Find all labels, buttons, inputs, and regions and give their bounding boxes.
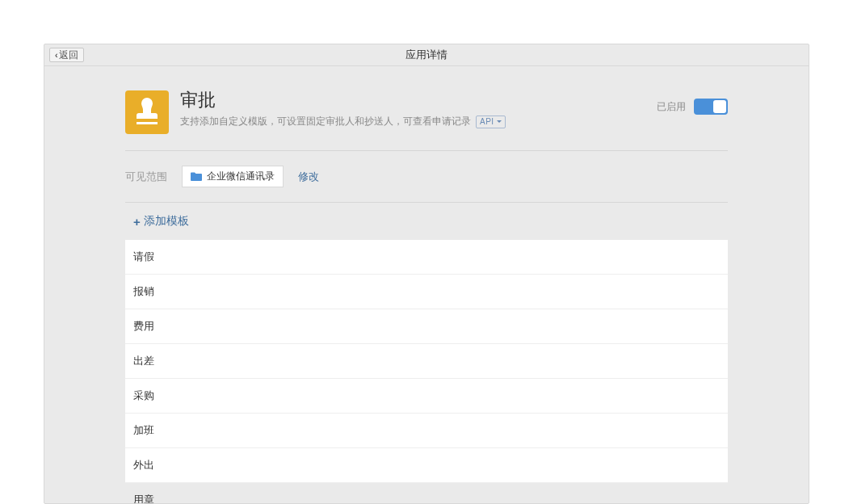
template-item[interactable]: 采购 [125, 379, 728, 414]
modify-visibility-link[interactable]: 修改 [298, 170, 319, 184]
add-template-button[interactable]: + 添加模板 [125, 203, 728, 240]
plus-icon: + [133, 215, 141, 229]
template-item[interactable]: 报销 [125, 275, 728, 309]
back-button[interactable]: ‹‹ 返回 [49, 48, 84, 62]
visibility-scope-tag: 企业微信通讯录 [182, 166, 284, 187]
enable-toggle[interactable] [694, 99, 728, 115]
app-detail-panel: ‹‹ 返回 应用详情 审批 支持添加自定义模版，可设置固定审批人和抄送人，可查 [44, 44, 809, 504]
panel-header: ‹‹ 返回 应用详情 [44, 44, 809, 66]
status-label: 已启用 [657, 100, 686, 114]
template-item[interactable]: 外出 [125, 448, 728, 483]
template-item[interactable]: 出差 [125, 344, 728, 379]
app-description: 支持添加自定义模版，可设置固定审批人和抄送人，可查看申请记录 [180, 115, 471, 128]
stamp-icon [133, 96, 161, 128]
add-template-label: 添加模板 [144, 214, 189, 229]
folder-icon [191, 172, 202, 181]
template-item[interactable]: 加班 [125, 414, 728, 448]
visibility-label: 可见范围 [125, 170, 167, 184]
chevron-left-icon: ‹‹ [55, 51, 56, 60]
template-list: 请假 报销 费用 出差 采购 加班 外出 [125, 240, 728, 483]
visibility-scope-text: 企业微信通讯录 [207, 170, 275, 183]
app-title: 审批 [180, 90, 506, 110]
visibility-row: 可见范围 企业微信通讯录 修改 [125, 151, 728, 202]
template-item[interactable]: 用章 [125, 483, 728, 504]
page-title: 应用详情 [44, 48, 809, 62]
app-header: 审批 支持添加自定义模版，可设置固定审批人和抄送人，可查看申请记录 API 已启… [125, 90, 728, 150]
api-dropdown[interactable]: API [476, 116, 506, 128]
template-item[interactable]: 请假 [125, 240, 728, 275]
app-icon [125, 90, 169, 134]
template-item[interactable]: 费用 [125, 309, 728, 344]
back-label: 返回 [59, 48, 78, 62]
